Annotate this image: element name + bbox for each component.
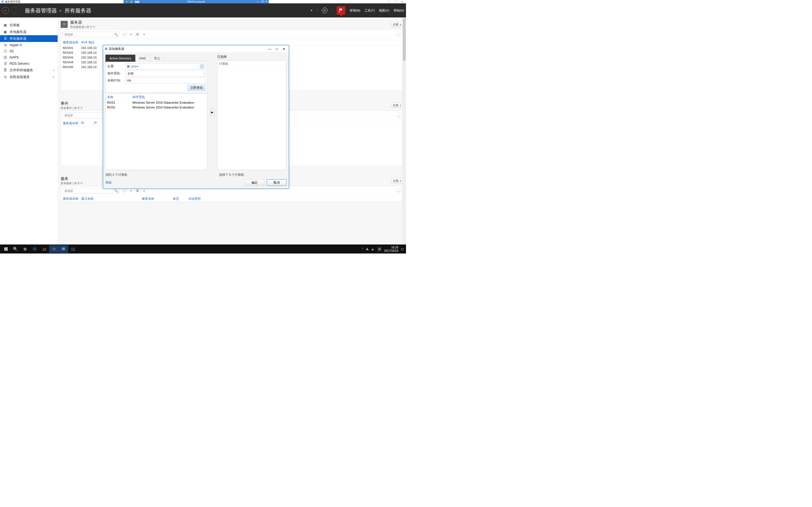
result-row[interactable]: RDS1 Windows Server 2016 Datacenter Eval…: [106, 100, 207, 105]
breadcrumb: 服务器管理器 ▸ 所有服务器: [25, 7, 91, 14]
header-dropdown-icon[interactable]: ▼: [310, 9, 313, 12]
ok-button[interactable]: 确定: [245, 179, 264, 186]
host-window-title: 服务器管理器: [5, 0, 20, 3]
found-count-status: 找到 2 个计算机: [105, 173, 128, 177]
remote-close-button[interactable]: ✕: [265, 1, 267, 3]
col-server-name[interactable]: 服务器名称: [63, 121, 81, 125]
servers-filter-input[interactable]: [63, 33, 113, 36]
servers-save-query-button[interactable]: 🖫: [135, 32, 140, 37]
col-status[interactable]: 状态: [173, 196, 188, 201]
col-server-name[interactable]: 服务器名称: [63, 40, 81, 45]
taskbar-powershell[interactable]: ⧁: [49, 245, 59, 253]
tray-volume-icon[interactable]: 🔈: [371, 247, 375, 251]
menu-help[interactable]: 帮助(H): [394, 8, 404, 13]
sidebar-item-file-storage[interactable]: 🗄 文件和存储服务 ▸: [0, 67, 58, 73]
results-col-name[interactable]: 名称: [107, 95, 133, 99]
tab-active-directory[interactable]: Active Directory: [105, 55, 135, 62]
sidebar-item-label: NAPS: [10, 55, 19, 59]
services-save-query-button[interactable]: 🖫: [135, 188, 140, 193]
dialog-help-link[interactable]: 帮助: [105, 180, 112, 185]
taskbar-server-manager[interactable]: [59, 245, 68, 253]
servers-tasks-button[interactable]: 任务: [391, 22, 403, 27]
search-icon[interactable]: 🔍: [113, 33, 119, 36]
sidebar-item-rds-servers[interactable]: ☰ RDS Servers: [0, 61, 58, 67]
add-servers-dialog: 添加服务器 — □ ✕ Active Directory DNS 导入 位置: …: [103, 45, 289, 189]
tray-chevron-up-icon[interactable]: ˄: [362, 247, 363, 251]
servers-filter[interactable]: 🔍: [63, 32, 119, 37]
menu-view[interactable]: 视图(V): [379, 8, 389, 13]
sidebar-item-local-server[interactable]: ▣ 本地服务器: [0, 29, 58, 35]
taskbar-hyperv-manager[interactable]: ▯▯: [68, 245, 78, 253]
host-minimize-button[interactable]: —: [388, 0, 391, 3]
events-tasks-button[interactable]: 任务: [391, 103, 403, 108]
content-scrollbar[interactable]: [402, 17, 406, 244]
dialog-maximize-button[interactable]: □: [273, 47, 280, 51]
cn-input[interactable]: [126, 78, 206, 83]
services-filter-input[interactable]: [63, 189, 113, 192]
services-tasks-button[interactable]: 任务: [391, 178, 403, 183]
sidebar-item-dashboard[interactable]: ▦ 仪表板: [0, 22, 58, 29]
col-server-name[interactable]: 服务器名称: [63, 196, 81, 201]
location-picker[interactable]: ▦ yzq ▸ ⟳: [126, 64, 206, 69]
host-maximize-button[interactable]: □: [395, 0, 396, 3]
dropdown-icon: ▼: [130, 33, 132, 36]
sidebar-item-all-servers[interactable]: ☰ 所有服务器: [0, 35, 58, 42]
svg-rect-9: [62, 249, 65, 250]
lock-icon: 🔒: [130, 0, 133, 3]
col-ipv4[interactable]: IPv4 地址: [81, 40, 105, 45]
menu-manage[interactable]: 管理(M): [350, 8, 360, 13]
servers-expand-button[interactable]: ⌄: [396, 32, 401, 37]
svg-rect-3: [105, 49, 107, 50]
services-filter[interactable]: 🔍: [63, 188, 119, 193]
domain-icon: ▦: [127, 64, 130, 68]
host-close-button[interactable]: ✕: [401, 0, 403, 3]
taskbar-clock[interactable]: 16:29 2017/10/10: [384, 245, 398, 252]
taskbar-explorer[interactable]: 🗂: [40, 245, 49, 253]
search-icon[interactable]: 🔍: [113, 189, 119, 193]
dialog-minimize-button[interactable]: —: [266, 47, 273, 51]
tab-dns[interactable]: DNS: [135, 55, 150, 62]
services-expand-button[interactable]: ⌄: [396, 188, 401, 193]
refresh-location-button[interactable]: ⟳: [200, 64, 204, 68]
notifications-flag[interactable]: [337, 6, 345, 15]
selected-col-computer[interactable]: 计算机: [218, 61, 287, 67]
events-expand-button[interactable]: ⌄: [396, 113, 401, 118]
result-row[interactable]: RDS2 Windows Server 2016 Datacenter Eval…: [106, 105, 207, 110]
remote-session-bar[interactable]: ⊣ 🔒 ▮▮▮ RDVH1.yzq.net — ✕: [123, 0, 269, 3]
sidebar-item-remote-desktop[interactable]: ◎ 远程桌面服务 ▸: [0, 73, 58, 80]
tab-import[interactable]: 导入: [150, 55, 164, 62]
sidebar-item-naps[interactable]: ⚿ NAPS: [0, 54, 58, 61]
remote-icon: ◎: [3, 75, 7, 79]
start-button[interactable]: [1, 245, 11, 253]
tray-ime-indicator[interactable]: 英: [377, 247, 382, 251]
sidebar-item-label: 所有服务器: [10, 36, 27, 41]
servers-view-options-button[interactable]: ≡: [122, 32, 128, 37]
dialog-close-button[interactable]: ✕: [280, 47, 287, 51]
remote-minimize-button[interactable]: —: [257, 1, 259, 3]
col-service-name[interactable]: 服务名称: [142, 196, 173, 201]
col-display-name[interactable]: 显示名称: [81, 196, 142, 201]
col-startup-type[interactable]: 启动类型: [188, 196, 211, 201]
task-view-button[interactable]: ⧉: [20, 245, 30, 253]
remote-restore-button[interactable]: [261, 1, 263, 3]
menu-tools[interactable]: 工具(T): [364, 8, 375, 13]
cancel-button[interactable]: 取消: [267, 179, 287, 186]
svg-rect-7: [6, 249, 8, 251]
results-col-os[interactable]: 操作系统: [133, 95, 206, 99]
pin-icon[interactable]: ⊣: [125, 0, 128, 3]
servers-section-header: ☰ 服务器 所有服务器 | 共 5 个 任务: [61, 17, 403, 30]
add-to-selected-button[interactable]: ▶: [210, 109, 214, 116]
nav-back-button[interactable]: ←: [2, 7, 9, 14]
sidebar-item-iis[interactable]: ⓘ IIS: [0, 48, 58, 54]
services-view-options-button[interactable]: ≡: [122, 188, 128, 193]
refresh-button[interactable]: ⟳: [322, 8, 327, 13]
find-now-button[interactable]: 立即查找: [188, 85, 206, 91]
os-select[interactable]: 全部: [126, 71, 206, 76]
col-id[interactable]: ID: [81, 121, 94, 125]
sidebar-item-hyperv[interactable]: ⧉ Hyper-V: [0, 42, 58, 48]
taskbar-ie[interactable]: ⓔ: [30, 245, 40, 253]
action-center-button[interactable]: ▢: [401, 247, 404, 251]
tray-network-icon[interactable]: 🖧: [366, 247, 369, 251]
breadcrumb-root[interactable]: 服务器管理器: [25, 7, 57, 14]
taskbar-search-button[interactable]: 🔍: [11, 245, 20, 253]
